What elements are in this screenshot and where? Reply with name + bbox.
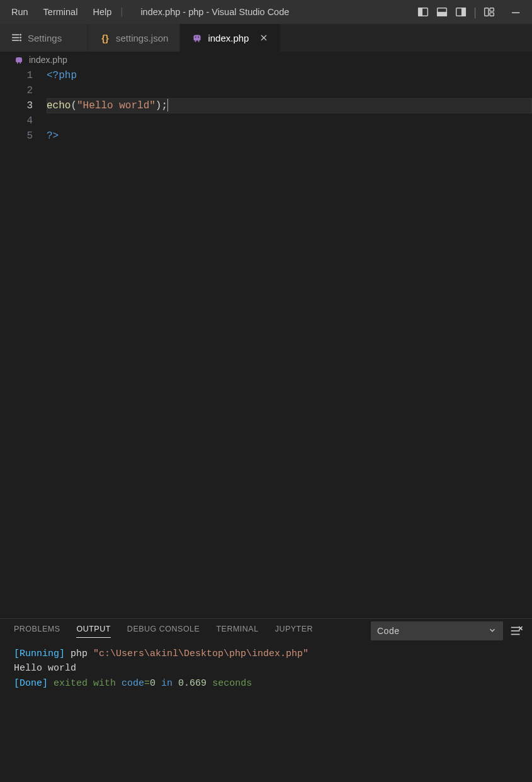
tab-settings-json[interactable]: {} settings.json (88, 24, 180, 52)
line-content: ?> (47, 130, 59, 142)
menu-run[interactable]: Run (5, 4, 35, 20)
layout-custom-icon[interactable] (480, 3, 498, 21)
output-time: 0.669 (178, 678, 207, 689)
line-number: 2 (0, 85, 47, 96)
output-running-tag: [Running] (14, 649, 65, 659)
window-title: index.php - php - Visual Studio Code (140, 7, 289, 17)
tab-index-php[interactable]: index.php (180, 24, 281, 52)
svg-rect-5 (462, 8, 466, 16)
layout-left-icon[interactable] (414, 3, 432, 21)
title-right-controls: | – (414, 3, 528, 21)
svg-rect-3 (438, 13, 447, 16)
svg-rect-9 (12, 34, 19, 35)
editor-tab-bar: Settings {} settings.json index.php (0, 24, 532, 52)
minimize-window-button[interactable]: – (503, 3, 528, 21)
text-cursor (167, 99, 168, 111)
chevron-down-icon (488, 626, 497, 637)
svg-rect-7 (490, 8, 494, 11)
bottom-panel: PROBLEMS OUTPUT DEBUG CONSOLE TERMINAL J… (0, 618, 532, 782)
tab-label: index.php (208, 33, 249, 43)
output-line: [Running] php "c:\Users\akinl\Desktop\ph… (14, 647, 518, 661)
menu-terminal[interactable]: Terminal (37, 4, 84, 20)
svg-point-13 (20, 37, 21, 38)
tab-settings[interactable]: Settings (0, 24, 88, 52)
output-running-path: "c:\Users\akinl\Desktop\php\index.php" (93, 649, 308, 659)
panel-tab-output[interactable]: OUTPUT (76, 625, 110, 638)
svg-rect-8 (490, 13, 494, 16)
output-line: Hello world (14, 661, 518, 676)
output-exit-code: 0 (150, 678, 156, 689)
output-line: [Done] exited with code=0 in 0.669 secon… (14, 676, 518, 691)
settings-list-icon (11, 32, 23, 43)
code-editor[interactable]: 1<?php23echo("Hello world");45?> (0, 68, 532, 618)
line-number: 5 (0, 130, 47, 142)
panel-tab-terminal[interactable]: TERMINAL (216, 625, 258, 637)
tab-label: Settings (28, 33, 62, 43)
editor-line[interactable]: 1<?php (0, 68, 532, 83)
panel-tab-bar: PROBLEMS OUTPUT DEBUG CONSOLE TERMINAL J… (0, 619, 532, 643)
menu-separator: | (120, 6, 123, 18)
menu-bar: Run Terminal Help (5, 4, 118, 20)
layout-bottom-icon[interactable] (433, 3, 451, 21)
line-content: <?php (47, 70, 77, 81)
title-bar: Run Terminal Help | index.php - php - Vi… (0, 0, 532, 24)
braces-icon: {} (99, 32, 111, 43)
menu-help[interactable]: Help (86, 4, 118, 20)
editor-line[interactable]: 3echo("Hello world"); (0, 98, 532, 113)
output-text: = (144, 678, 150, 689)
line-number: 4 (0, 115, 47, 127)
svg-rect-6 (485, 8, 489, 16)
output-channel-label: Code (377, 626, 399, 636)
svg-point-14 (20, 40, 21, 42)
svg-rect-1 (419, 8, 422, 16)
php-elephant-icon (191, 32, 203, 43)
line-number: 3 (0, 100, 47, 111)
svg-rect-10 (12, 37, 19, 38)
panel-tab-debug-console[interactable]: DEBUG CONSOLE (127, 625, 200, 637)
clear-output-icon[interactable] (509, 624, 523, 638)
editor-line[interactable]: 4 (0, 113, 532, 128)
layout-right-icon[interactable] (452, 3, 470, 21)
title-separator: | (473, 6, 477, 19)
svg-point-12 (20, 34, 21, 36)
close-icon[interactable] (259, 33, 269, 43)
output-running-cmd: php (71, 649, 93, 659)
editor-line[interactable]: 2 (0, 83, 532, 98)
output-text: code (122, 678, 144, 689)
svg-rect-11 (12, 40, 19, 41)
line-content: echo("Hello world"); (47, 98, 532, 113)
svg-point-16 (198, 37, 200, 38)
tab-label: settings.json (116, 33, 168, 43)
editor-line[interactable]: 5?> (0, 128, 532, 144)
php-elephant-icon (14, 55, 24, 65)
output-done-tag: [Done] (14, 678, 48, 689)
svg-point-15 (195, 37, 196, 38)
panel-tab-problems[interactable]: PROBLEMS (14, 625, 60, 637)
line-number: 1 (0, 70, 47, 81)
output-body[interactable]: [Running] php "c:\Users\akinl\Desktop\ph… (0, 643, 532, 782)
breadcrumb-filename: index.php (29, 55, 67, 65)
output-text: in (156, 678, 178, 689)
output-text: seconds (207, 678, 252, 689)
breadcrumb[interactable]: index.php (0, 52, 532, 68)
output-channel-select[interactable]: Code (371, 621, 503, 640)
output-text: exited with (48, 678, 122, 689)
panel-tab-jupyter[interactable]: JUPYTER (275, 625, 313, 637)
